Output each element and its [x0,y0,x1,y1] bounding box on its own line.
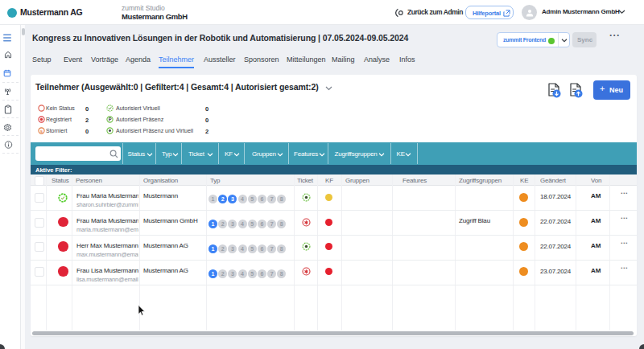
svg-text:s: s [40,129,43,133]
